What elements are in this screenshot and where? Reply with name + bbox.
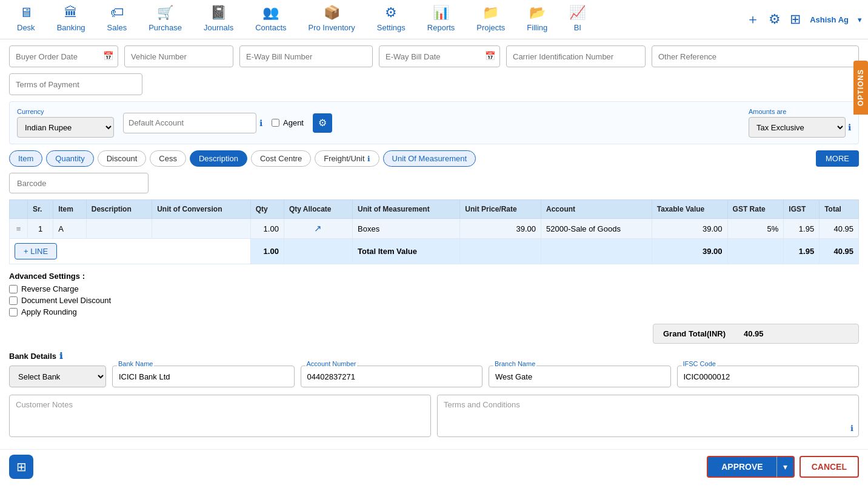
freight-info-icon[interactable]: ℹ bbox=[367, 155, 370, 163]
tab-unit-of-measurement[interactable]: Unit Of Measurement bbox=[383, 150, 476, 167]
footer-total: 40.95 bbox=[820, 239, 859, 264]
tab-discount[interactable]: Discount bbox=[98, 150, 147, 167]
bank-name-input[interactable] bbox=[112, 366, 295, 387]
doc-discount-row: Document Level Discount bbox=[9, 296, 859, 305]
eway-bill-date-input[interactable] bbox=[379, 45, 500, 67]
bank-details-title: Bank Details ℹ bbox=[9, 351, 859, 361]
nav-label-banking: Banking bbox=[57, 23, 85, 32]
app-switcher-icon: ⊞ bbox=[16, 460, 27, 474]
add-icon[interactable]: ＋ bbox=[746, 10, 760, 28]
barcode-input[interactable] bbox=[9, 173, 149, 193]
grand-total-box: Grand Total(INR) 40.95 bbox=[653, 324, 859, 344]
nav-item-pro-inventory[interactable]: 📦 Pro Inventory bbox=[298, 0, 366, 39]
nav-item-reports[interactable]: 📊 Reports bbox=[416, 0, 466, 39]
nav-item-sales[interactable]: 🏷 Sales bbox=[96, 0, 138, 39]
terms-payment-input[interactable] bbox=[9, 73, 142, 95]
options-tab[interactable]: OPTIONS bbox=[853, 61, 868, 115]
bank-fields-row: Select Bank Bank Name Account Number Bra… bbox=[9, 366, 859, 387]
buyer-order-date-input[interactable] bbox=[9, 45, 118, 67]
col-igst: IGST bbox=[784, 200, 820, 219]
tab-quantity[interactable]: Quantity bbox=[46, 150, 93, 167]
row-unit-conversion bbox=[152, 219, 250, 239]
tab-item[interactable]: Item bbox=[9, 150, 42, 167]
nav-item-projects[interactable]: 📁 Projects bbox=[466, 0, 516, 39]
user-dropdown-icon[interactable]: ▾ bbox=[858, 15, 862, 24]
banking-icon: 🏛 bbox=[64, 5, 78, 21]
account-number-input[interactable] bbox=[301, 366, 483, 387]
branch-name-label: Branch Name bbox=[493, 360, 536, 367]
table-header-row: Sr. Item Description Unit of Conversion … bbox=[10, 200, 859, 219]
col-total: Total bbox=[820, 200, 859, 219]
approve-button[interactable]: APPROVE bbox=[707, 456, 776, 478]
more-button[interactable]: MORE bbox=[816, 150, 859, 167]
nav-label-contacts: Contacts bbox=[255, 23, 286, 32]
other-ref-input[interactable] bbox=[652, 45, 859, 67]
carrier-id-input[interactable] bbox=[506, 45, 646, 67]
form-row-1: 📅 📅 bbox=[9, 45, 859, 67]
agent-checkbox[interactable] bbox=[272, 119, 279, 127]
nav-item-filling[interactable]: 📂 Filling bbox=[516, 0, 558, 39]
other-ref-field bbox=[652, 45, 859, 67]
col-sr: Sr. bbox=[28, 200, 53, 219]
default-account-info-icon[interactable]: ℹ bbox=[259, 118, 262, 128]
add-line-button[interactable]: + LINE bbox=[15, 243, 57, 259]
eway-bill-number-input[interactable] bbox=[239, 45, 373, 67]
currency-select[interactable]: Indian Rupee bbox=[17, 117, 114, 138]
agent-label: Agent bbox=[283, 118, 304, 127]
calendar-icon-1[interactable]: 📅 bbox=[103, 51, 113, 61]
nav-item-settings[interactable]: ⚙ Settings bbox=[366, 0, 416, 39]
buyer-order-date-field: 📅 bbox=[9, 45, 118, 67]
nav-item-banking[interactable]: 🏛 Banking bbox=[46, 0, 96, 39]
vehicle-number-field bbox=[124, 45, 233, 67]
approve-dropdown-button[interactable]: ▾ bbox=[776, 456, 795, 478]
bank-info-icon[interactable]: ℹ bbox=[59, 351, 62, 361]
vehicle-number-input[interactable] bbox=[124, 45, 233, 67]
user-name[interactable]: Ashish Ag bbox=[810, 15, 849, 24]
grid-icon[interactable]: ⊞ bbox=[790, 12, 801, 27]
amounts-are-wrap: Amounts are Tax Exclusive ℹ bbox=[749, 108, 851, 138]
nav-label-bi: BI bbox=[574, 23, 581, 32]
add-line-cell: + LINE bbox=[10, 239, 251, 264]
row-qty-allocate[interactable]: ↗ bbox=[284, 219, 352, 239]
row-drag[interactable]: ≡ bbox=[10, 219, 28, 239]
row-igst: 1.95 bbox=[784, 219, 820, 239]
nav-item-bi[interactable]: 📈 BI bbox=[558, 0, 596, 39]
gear-nav-icon[interactable]: ⚙ bbox=[769, 12, 781, 27]
terms-info-icon[interactable]: ℹ bbox=[850, 424, 853, 433]
tab-cost-centre[interactable]: Cost Centre bbox=[251, 150, 311, 167]
nav-item-purchase[interactable]: 🛒 Purchase bbox=[138, 0, 193, 39]
reverse-charge-label: Reverse Charge bbox=[21, 284, 79, 293]
default-account-input[interactable] bbox=[123, 113, 256, 133]
journals-icon: 📓 bbox=[210, 5, 227, 21]
advanced-settings-title: Advanced Settings : bbox=[9, 272, 859, 281]
amounts-are-select[interactable]: Tax Exclusive bbox=[749, 117, 846, 138]
apply-rounding-checkbox[interactable] bbox=[9, 308, 18, 316]
amounts-info-icon[interactable]: ℹ bbox=[848, 122, 851, 132]
customer-notes-box[interactable]: Customer Notes bbox=[9, 395, 431, 437]
nav-item-contacts[interactable]: 👥 Contacts bbox=[244, 0, 297, 39]
tab-description[interactable]: Description bbox=[190, 150, 247, 167]
tab-freight-unit[interactable]: Freight/Unit ℹ bbox=[315, 150, 379, 167]
app-switcher-button[interactable]: ⊞ bbox=[9, 455, 33, 479]
col-qty-allocate: Qty Allocate bbox=[284, 200, 352, 219]
select-bank-select[interactable]: Select Bank bbox=[9, 366, 106, 387]
nav-item-journals[interactable]: 📓 Journals bbox=[193, 0, 244, 39]
ifsc-code-input[interactable] bbox=[677, 366, 860, 387]
branch-name-input[interactable] bbox=[489, 366, 671, 387]
tab-cess[interactable]: Cess bbox=[150, 150, 186, 167]
nav-item-desk[interactable]: 🖥 Desk bbox=[6, 0, 46, 39]
grand-total-value: 40.95 bbox=[744, 329, 764, 338]
open-link-icon[interactable]: ↗ bbox=[314, 223, 322, 233]
row-qty: 1.00 bbox=[250, 219, 284, 239]
nav-label-reports: Reports bbox=[427, 23, 455, 32]
terms-conditions-box[interactable]: Terms and Conditions ℹ bbox=[437, 395, 859, 437]
footer-qty: 1.00 bbox=[250, 239, 284, 264]
gear-settings-button[interactable]: ⚙ bbox=[313, 113, 332, 133]
nav-label-filling: Filling bbox=[527, 23, 547, 32]
doc-discount-checkbox[interactable] bbox=[9, 296, 18, 305]
reverse-charge-checkbox[interactable] bbox=[9, 285, 18, 293]
calendar-icon-2[interactable]: 📅 bbox=[485, 51, 495, 61]
cancel-button[interactable]: CANCEL bbox=[800, 456, 859, 478]
nav-bar: 🖥 Desk 🏛 Banking 🏷 Sales 🛒 Purchase 📓 Jo… bbox=[0, 0, 868, 39]
col-unit-conversion: Unit of Conversion bbox=[152, 200, 250, 219]
